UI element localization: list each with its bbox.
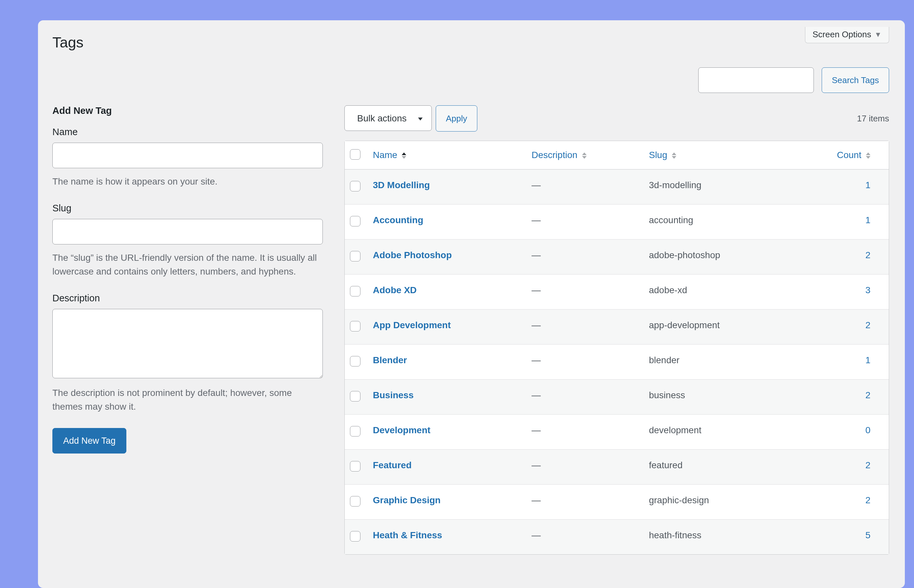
row-description: — xyxy=(532,320,541,330)
row-checkbox[interactable] xyxy=(350,181,361,191)
row-description: — xyxy=(532,460,541,470)
name-label: Name xyxy=(52,127,323,137)
row-checkbox[interactable] xyxy=(350,391,361,402)
table-row: 3D Modelling—3d-modelling1 xyxy=(345,170,889,204)
row-description: — xyxy=(532,250,541,260)
row-description: — xyxy=(532,355,541,365)
description-label: Description xyxy=(52,293,323,304)
row-name-link[interactable]: Accounting xyxy=(373,215,423,225)
row-slug: 3d-modelling xyxy=(649,180,701,190)
row-description: — xyxy=(532,530,541,540)
row-description: — xyxy=(532,425,541,435)
row-count-link[interactable]: 1 xyxy=(865,215,870,225)
table-row: Business—business2 xyxy=(345,379,889,414)
row-count-link[interactable]: 3 xyxy=(865,285,870,295)
table-row: Accounting—accounting1 xyxy=(345,204,889,239)
col-name-header[interactable]: Name xyxy=(366,141,525,170)
row-count-link[interactable]: 2 xyxy=(865,320,870,330)
row-description: — xyxy=(532,215,541,225)
page-title: Tags xyxy=(52,34,84,51)
col-slug-header[interactable]: Slug xyxy=(642,141,788,170)
row-slug: accounting xyxy=(649,215,693,225)
row-count-link[interactable]: 2 xyxy=(865,460,870,470)
row-slug: development xyxy=(649,425,701,435)
sort-indicator-icon xyxy=(672,152,676,159)
row-description: — xyxy=(532,390,541,400)
row-checkbox[interactable] xyxy=(350,216,361,226)
description-hint: The description is not prominent by defa… xyxy=(52,386,323,414)
table-row: Blender—blender1 xyxy=(345,344,889,379)
row-slug: featured xyxy=(649,460,683,470)
sort-indicator-icon xyxy=(402,152,406,159)
row-count-link[interactable]: 1 xyxy=(865,355,870,365)
row-count-link[interactable]: 2 xyxy=(865,495,870,505)
row-checkbox[interactable] xyxy=(350,496,361,507)
select-all-checkbox[interactable] xyxy=(350,149,361,160)
row-slug: adobe-photoshop xyxy=(649,250,720,260)
slug-hint: The “slug” is the URL-friendly version o… xyxy=(52,251,323,278)
row-name-link[interactable]: Adobe Photoshop xyxy=(373,250,452,260)
row-name-link[interactable]: Business xyxy=(373,390,414,400)
tags-table: Name Description Slug Count xyxy=(345,141,889,555)
row-checkbox[interactable] xyxy=(350,321,361,331)
row-name-link[interactable]: Graphic Design xyxy=(373,495,441,505)
row-name-link[interactable]: Blender xyxy=(373,355,407,365)
row-description: — xyxy=(532,285,541,295)
row-count-link[interactable]: 2 xyxy=(865,390,870,400)
screen-options-label: Screen Options xyxy=(812,29,871,40)
table-row: Graphic Design—graphic-design2 xyxy=(345,484,889,519)
item-count: 17 items xyxy=(857,113,889,124)
table-row: Adobe XD—adobe-xd3 xyxy=(345,274,889,309)
row-name-link[interactable]: 3D Modelling xyxy=(373,180,430,190)
slug-label: Slug xyxy=(52,203,323,214)
search-input[interactable] xyxy=(698,68,814,93)
bulk-actions-select[interactable]: Bulk actions xyxy=(345,105,432,131)
row-description: — xyxy=(532,180,541,190)
row-count-link[interactable]: 1 xyxy=(865,180,870,190)
row-checkbox[interactable] xyxy=(350,461,361,472)
description-input[interactable] xyxy=(52,309,323,378)
row-name-link[interactable]: Heath & Fitness xyxy=(373,530,442,540)
sort-indicator-icon xyxy=(866,152,870,159)
name-hint: The name is how it appears on your site. xyxy=(52,175,323,189)
row-slug: blender xyxy=(649,355,679,365)
slug-input[interactable] xyxy=(52,219,323,244)
row-slug: business xyxy=(649,390,685,400)
row-slug: graphic-design xyxy=(649,495,709,505)
row-name-link[interactable]: Adobe XD xyxy=(373,285,417,295)
col-description-header[interactable]: Description xyxy=(525,141,642,170)
row-slug: adobe-xd xyxy=(649,285,687,295)
row-name-link[interactable]: Featured xyxy=(373,460,411,470)
row-checkbox[interactable] xyxy=(350,251,361,262)
row-checkbox[interactable] xyxy=(350,286,361,296)
search-tags-button[interactable]: Search Tags xyxy=(822,68,889,93)
row-count-link[interactable]: 0 xyxy=(865,425,870,435)
table-row: Heath & Fitness—heath-fitness5 xyxy=(345,519,889,554)
row-checkbox[interactable] xyxy=(350,531,361,541)
sort-indicator-icon xyxy=(582,152,587,159)
table-row: App Development—app-development2 xyxy=(345,309,889,344)
add-new-tag-button[interactable]: Add New Tag xyxy=(52,428,126,454)
row-checkbox[interactable] xyxy=(350,426,361,436)
screen-options-toggle[interactable]: Screen Options ▼ xyxy=(805,27,889,43)
row-name-link[interactable]: App Development xyxy=(373,320,451,330)
col-count-header[interactable]: Count xyxy=(788,141,889,170)
row-name-link[interactable]: Development xyxy=(373,425,430,435)
apply-button[interactable]: Apply xyxy=(436,105,477,132)
row-count-link[interactable]: 2 xyxy=(865,250,870,260)
row-description: — xyxy=(532,495,541,505)
row-count-link[interactable]: 5 xyxy=(865,530,870,540)
row-slug: app-development xyxy=(649,320,720,330)
add-new-tag-heading: Add New Tag xyxy=(52,105,323,116)
row-checkbox[interactable] xyxy=(350,356,361,367)
table-row: Adobe Photoshop—adobe-photoshop2 xyxy=(345,239,889,274)
caret-down-icon: ▼ xyxy=(874,31,882,39)
table-row: Featured—featured2 xyxy=(345,449,889,484)
row-slug: heath-fitness xyxy=(649,530,701,540)
table-row: Development—development0 xyxy=(345,414,889,449)
name-input[interactable] xyxy=(52,143,323,168)
